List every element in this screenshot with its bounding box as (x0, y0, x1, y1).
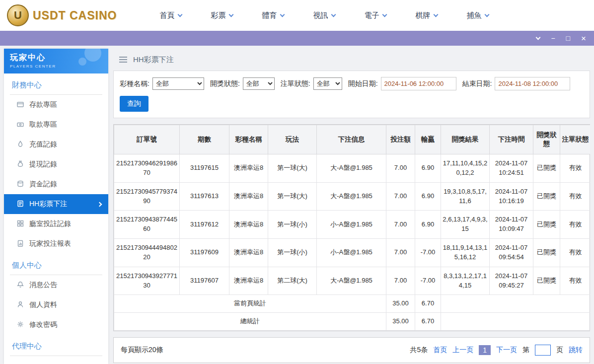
chevron-right-icon (97, 202, 102, 207)
table-row: 2152173094387744560 31197612 澳洲幸运8 第一球(小… (114, 211, 591, 239)
page-summary-empty (441, 295, 591, 313)
cell-order-status: 有效 (560, 211, 591, 239)
cell-lottery: 澳洲幸运8 (229, 154, 268, 183)
page-summary-row: 當前頁統計 35.00 6.70 (114, 295, 591, 313)
sidebar-item-change-password[interactable]: 修改密碼 (4, 315, 108, 335)
table-row: 2152173094629198670 31197615 澳洲幸运8 第一球(大… (114, 154, 591, 183)
cell-info: 大-A盤@1.985 (317, 182, 386, 211)
table-header-row: 訂單號 期數 彩種名稱 玩法 下注信息 投注額 輸贏 開獎結果 下注時間 開獎狀… (114, 125, 591, 154)
nav-item-sports[interactable]: 體育 (247, 11, 298, 20)
cell-order-status: 有效 (560, 154, 591, 183)
sidebar-item-deposit[interactable]: 存款專區 (4, 95, 108, 115)
cell-lottery: 澳洲幸运8 (229, 267, 268, 295)
cell-order: 2152173094387744560 (114, 211, 180, 239)
draw-status-select[interactable]: 全部 (243, 77, 275, 90)
nav-label: 視訊 (313, 11, 328, 20)
maximize-icon[interactable]: □ (566, 35, 570, 42)
chevron-down-icon (331, 12, 336, 17)
cell-winloss: 6.90 (415, 211, 441, 239)
sidebar-item-announcements[interactable]: 消息公告 (4, 275, 108, 295)
total-summary-winloss: 6.70 (415, 313, 441, 331)
cell-time: 2024-11-07 10:09:47 (490, 211, 533, 239)
order-status-select[interactable]: 全部 (313, 77, 342, 90)
nav-item-lottery[interactable]: 彩票 (196, 11, 247, 20)
minimize-icon[interactable]: − (551, 35, 555, 42)
cell-order: 2152173094629198670 (114, 154, 180, 183)
col-header-time: 下注時間 (490, 125, 533, 154)
table-row: 2152173094449480220 31197609 澳洲幸运8 第一球(小… (114, 239, 591, 267)
lottery-name-label: 彩種名稱: (120, 79, 149, 88)
nav-label: 彩票 (211, 11, 226, 20)
cell-result: 19,3,10,8,5,17,11,6 (441, 182, 490, 211)
sidebar-item-recharge-record[interactable]: 充值記錄 (4, 135, 108, 154)
section-title-finance: 財務中心 (10, 73, 102, 95)
cell-period: 31197613 (180, 182, 229, 211)
jump-page-input[interactable] (535, 345, 551, 356)
prev-page-link[interactable]: 上一页 (452, 346, 473, 355)
sidebar-item-hall-bet-record[interactable]: 廳室投註記錄 (4, 214, 108, 234)
top-header: U USDT CASINO 首頁 彩票 體育 視訊 電子 (0, 0, 594, 31)
jump-button[interactable]: 跳转 (569, 346, 583, 355)
order-status-label: 注單狀態: (281, 79, 310, 88)
cell-result: 2,6,13,17,4,9,3,15 (441, 211, 490, 239)
nav-item-chess[interactable]: 棋牌 (401, 11, 452, 20)
sidebar-item-withdraw[interactable]: 取款專區 (4, 115, 108, 135)
start-date-input[interactable] (381, 77, 456, 90)
cell-time: 2024-11-07 10:24:51 (490, 154, 533, 183)
lottery-name-select[interactable]: 全部 (152, 77, 204, 90)
deposit-icon (17, 101, 24, 109)
cell-time: 2024-11-07 09:45:27 (490, 267, 533, 295)
cell-play: 第一球(小) (268, 211, 317, 239)
nav-item-slots[interactable]: 電子 (350, 11, 401, 20)
close-icon[interactable]: × (581, 34, 586, 43)
sidebar-item-label: 存款專區 (29, 100, 57, 109)
app-window: U USDT CASINO 首頁 彩票 體育 視訊 電子 (0, 0, 594, 364)
sidebar-item-hh-lottery-bet[interactable]: HH彩票下注 (4, 194, 108, 214)
top-nav: 首頁 彩票 體育 視訊 電子 棋牌 (145, 11, 503, 20)
nav-label: 捕魚 (467, 11, 482, 20)
gear-icon (17, 321, 24, 329)
col-header-result: 開獎結果 (441, 125, 490, 154)
cell-time: 2024-11-07 10:16:19 (490, 182, 533, 211)
end-date-label: 結束日期: (462, 79, 492, 88)
logo[interactable]: U USDT CASINO (7, 4, 131, 26)
page-title: HH彩票下注 (133, 55, 174, 65)
nav-label: 電子 (365, 11, 379, 20)
table-row: 2152173094392777130 31197607 澳洲幸运8 第二球(大… (114, 267, 591, 295)
cell-play: 第一球(小) (268, 239, 317, 267)
sidebar-item-withdrawal-record[interactable]: 提現記錄 (4, 154, 108, 174)
first-page-link[interactable]: 首页 (433, 346, 447, 355)
filter-row: 彩種名稱: 全部 開獎狀態: 全部 注單狀態: 全部 開始日期: 結束日期: (120, 77, 584, 90)
end-date-input[interactable] (495, 77, 570, 90)
search-button[interactable]: 查詢 (120, 96, 148, 112)
current-page-badge[interactable]: 1 (479, 345, 491, 355)
pagination-bar: 每頁顯示20條 共5条 首页 上一页 1 下一页 第 页 跳转 (113, 337, 590, 363)
cell-lottery: 澳洲幸运8 (229, 239, 268, 267)
chevron-down-icon (177, 12, 182, 17)
cell-period: 31197607 (180, 267, 229, 295)
nav-item-live[interactable]: 視訊 (298, 11, 350, 20)
nav-item-home[interactable]: 首頁 (145, 11, 196, 20)
collapse-icon[interactable] (536, 37, 540, 39)
total-count-label: 共5条 (410, 346, 428, 355)
chevron-down-icon (228, 12, 233, 17)
cell-info: 小-A盤@1.985 (317, 239, 386, 267)
col-header-play: 玩法 (268, 125, 317, 154)
recharge-record-icon (17, 141, 24, 149)
sidebar: 玩家中心 PLAYERS CENTER 財務中心 存款專區 取款專區 充值記錄 … (4, 49, 108, 364)
sidebar-item-funds-record[interactable]: 資金記錄 (4, 174, 108, 194)
window-titlebar: − □ × (0, 31, 594, 46)
nav-item-fishing[interactable]: 捕魚 (452, 11, 503, 20)
chevron-down-icon (484, 12, 489, 17)
sidebar-item-bet-report[interactable]: 玩家投注報表 (4, 234, 108, 254)
cell-bet: 7.00 (386, 211, 415, 239)
main-area: HH彩票下注 彩種名稱: 全部 開獎狀態: 全部 注單狀態: 全部 (113, 49, 590, 364)
pagination-controls: 共5条 首页 上一页 1 下一页 第 页 跳转 (410, 345, 583, 356)
jump-suffix-label: 页 (556, 346, 563, 355)
cell-order: 2152173094392777130 (114, 267, 180, 295)
total-summary-bet: 35.00 (386, 313, 415, 331)
sidebar-item-label: 個人資料 (29, 300, 57, 309)
hamburger-icon[interactable] (119, 59, 127, 60)
sidebar-item-profile[interactable]: 個人資料 (4, 295, 108, 315)
next-page-link[interactable]: 下一页 (496, 346, 517, 355)
